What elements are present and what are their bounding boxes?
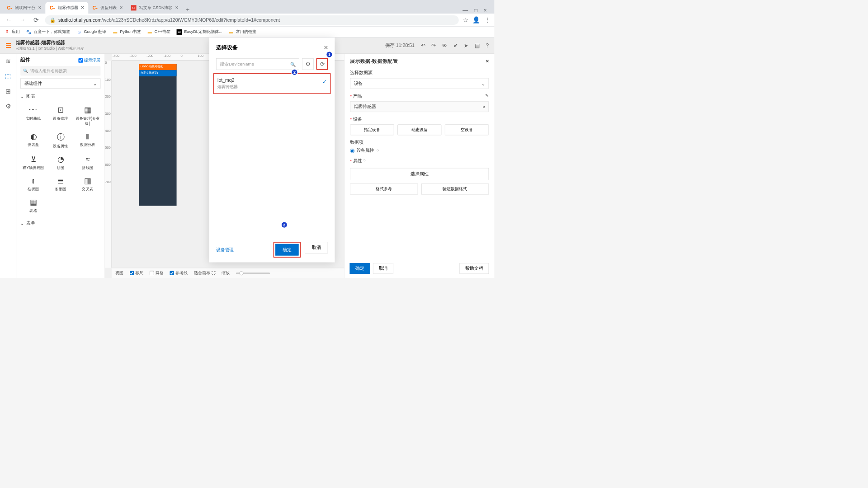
component-item[interactable]: ▦设备管理(专业版) — [75, 103, 100, 128]
select-attribute-button[interactable]: 选择属性 — [350, 168, 489, 180]
check-icon[interactable]: ✔ — [453, 42, 458, 48]
component-category-select[interactable]: 基础组件⌄ — [20, 78, 100, 89]
back-icon[interactable]: ← — [4, 16, 14, 23]
url-input[interactable]: 🔒 studio.iot.aliyun.com/web/a123hSCDehe8… — [45, 15, 459, 25]
modal-cancel-button[interactable]: 取消 — [305, 242, 328, 253]
close-icon[interactable]: × — [324, 44, 328, 52]
device-manage-link[interactable]: 设备管理 — [216, 247, 234, 253]
folder-icon: ▬ — [147, 29, 152, 34]
product-value[interactable]: 烟雾传感器× — [350, 101, 489, 112]
device-property-radio[interactable]: 设备属性 ? — [350, 147, 489, 154]
translate-icon: G — [76, 29, 82, 34]
component-item[interactable]: ◐仪表盘 — [20, 130, 46, 151]
close-icon[interactable]: × — [119, 5, 123, 11]
tab-device-list[interactable]: C-设备列表× — [88, 2, 127, 14]
minimize-icon[interactable]: — — [462, 8, 468, 14]
rail-components-icon[interactable]: ⬚ — [4, 72, 12, 80]
validate-format-button[interactable]: 验证数据格式 — [421, 183, 489, 194]
component-item[interactable]: ◔饼图 — [47, 153, 73, 173]
search-icon[interactable]: 🔍 — [290, 61, 296, 66]
component-item[interactable]: ▦表格 — [20, 196, 46, 216]
list-icon[interactable]: ▤ — [475, 42, 480, 48]
category-chart[interactable]: ⌄图表 — [20, 91, 100, 102]
star-icon[interactable]: ☆ — [463, 16, 468, 24]
component-item[interactable]: ≈折线图 — [75, 153, 100, 173]
maximize-icon[interactable]: □ — [474, 8, 477, 14]
left-rail: ≋ ⬚ ⊞ ⚙ — [0, 54, 16, 278]
close-icon[interactable]: × — [38, 5, 41, 11]
fit-canvas-button[interactable]: 适合画布 ⛶ — [194, 270, 216, 276]
profile-icon[interactable]: 👤 — [472, 16, 480, 24]
components-heading: 组件 — [20, 57, 30, 64]
bookmark-common[interactable]: ▬常用的链接 — [228, 29, 256, 35]
publish-icon[interactable]: ➤ — [464, 42, 468, 48]
forward-icon[interactable]: → — [18, 16, 27, 23]
tab-smoke-sensor[interactable]: C-烟雾传感器× — [46, 2, 89, 14]
settings-icon[interactable]: ⚙ — [302, 58, 314, 70]
help-doc-button[interactable]: 帮助文档 — [459, 263, 489, 274]
ruler-vertical: 0100200300400500600700 — [105, 61, 112, 267]
rpanel-ok-button[interactable]: 确定 — [350, 263, 370, 274]
guide-checkbox[interactable]: 参考线 — [170, 270, 188, 276]
undo-icon[interactable]: ↶ — [421, 42, 425, 48]
component-icon: ⊻ — [31, 155, 36, 164]
device-search-input[interactable]: 搜索DeviceName🔍 — [216, 58, 299, 70]
close-icon[interactable]: × — [175, 5, 179, 11]
dynamic-device-button[interactable]: 动态设备 — [397, 124, 441, 135]
component-item[interactable]: ⊻双Y轴折线图 — [20, 153, 46, 173]
bookmark-easydl[interactable]: AIEasyDL定制化物体... — [177, 29, 222, 35]
component-item[interactable]: ⊡设备管理 — [47, 103, 73, 128]
bookmark-google-translate[interactable]: GGoogle 翻译 — [76, 29, 106, 35]
help-icon[interactable]: ? — [486, 42, 489, 49]
component-label: 条形图 — [55, 187, 66, 192]
new-tab-button[interactable]: + — [183, 6, 193, 14]
menu-icon[interactable]: ⋮ — [484, 16, 491, 24]
zoom-slider[interactable] — [236, 272, 270, 274]
close-icon[interactable]: × — [81, 5, 84, 11]
float-layer-checkbox[interactable]: 提示浮层 — [78, 57, 100, 63]
clear-icon[interactable]: × — [482, 104, 485, 109]
component-item[interactable]: ▥交叉表 — [75, 174, 100, 194]
empty-device-button[interactable]: 空设备 — [445, 124, 489, 135]
close-icon[interactable]: × — [486, 58, 489, 64]
modal-ok-button[interactable]: 确定 — [275, 244, 298, 256]
component-item[interactable]: ≣条形图 — [47, 174, 73, 194]
apps-button[interactable]: ⠿应用 — [4, 29, 20, 35]
redo-icon[interactable]: ↷ — [431, 42, 436, 48]
menu-icon[interactable]: ☰ — [5, 42, 12, 50]
baidu-icon: 🐾 — [26, 29, 31, 34]
grid-checkbox[interactable]: 网格 — [150, 270, 164, 276]
edit-icon[interactable]: ✎ — [485, 93, 489, 98]
reload-icon[interactable]: ⟳ — [31, 16, 41, 24]
tab-iot-platform[interactable]: C-物联网平台× — [3, 2, 46, 14]
category-form[interactable]: ⌄表单 — [20, 218, 100, 229]
ruler-checkbox[interactable]: 标尺 — [130, 270, 144, 276]
datasource-label: 选择数据源 — [350, 70, 489, 76]
component-item[interactable]: ⫴数据分析 — [75, 130, 100, 151]
bookmark-python[interactable]: ▬Python书签 — [113, 29, 141, 35]
component-item[interactable]: 〰实时曲线 — [20, 103, 46, 128]
component-item[interactable]: ⓘ设备属性 — [47, 130, 73, 151]
component-search[interactable]: 🔍请输入组件名称搜索 — [20, 66, 100, 75]
component-item[interactable]: ⫾柱状图 — [20, 174, 46, 194]
close-window-icon[interactable]: × — [484, 8, 487, 14]
bookmark-cpp[interactable]: ▬C++书签 — [147, 29, 170, 35]
refresh-icon[interactable]: ⟳ — [316, 58, 328, 70]
rail-layers-icon[interactable]: ≋ — [4, 57, 12, 66]
component-icon: ⫴ — [86, 132, 90, 141]
designate-device-button[interactable]: 指定设备 — [350, 124, 394, 135]
component-label: 表格 — [29, 208, 37, 213]
tab-csdn[interactable]: C写文章-CSDN博客× — [127, 2, 183, 14]
rpanel-cancel-button[interactable]: 取消 — [373, 263, 393, 274]
bookmark-baidu[interactable]: 🐾百度一下，你就知道 — [26, 29, 70, 35]
window-controls: — □ × — [458, 8, 492, 14]
rail-settings-icon[interactable]: ⚙ — [4, 102, 12, 110]
canvas-nav-item: 自定义新增页1 — [139, 70, 177, 76]
device-list-item[interactable]: iot_mq2 烟雾传感器 ✓ — [213, 73, 330, 94]
datasource-select[interactable]: 设备⌄ — [350, 78, 489, 89]
rail-structure-icon[interactable]: ⊞ — [4, 87, 12, 95]
canvas-page[interactable]: LOGO 物联可视化 自定义新增页1 — [139, 64, 177, 206]
component-icon: ▦ — [30, 198, 37, 207]
format-reference-button[interactable]: 格式参考 — [350, 183, 418, 194]
preview-icon[interactable]: 👁 — [442, 42, 447, 49]
